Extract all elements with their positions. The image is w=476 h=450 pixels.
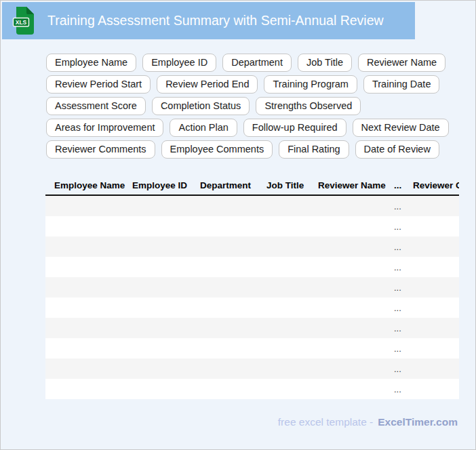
table-row: ...: [45, 379, 459, 399]
column-chip[interactable]: Review Period Start: [46, 75, 151, 94]
table-row: ...: [45, 298, 459, 318]
table-header-cell: Reviewer Comments: [408, 180, 459, 190]
column-chip[interactable]: Strengths Observed: [256, 97, 361, 115]
column-chip[interactable]: Action Plan: [170, 119, 237, 137]
xls-badge-label: XLS: [16, 19, 27, 26]
table-row: ...: [45, 216, 459, 237]
file-fold: [26, 7, 34, 14]
table-cell: ...: [389, 283, 408, 293]
table-row: ...: [45, 277, 459, 298]
table-row: ...: [45, 318, 459, 338]
column-chip[interactable]: Follow-up Required: [243, 119, 346, 137]
column-chip[interactable]: Areas for Improvement: [46, 119, 163, 137]
title-bar: XLS Training Assessment Summary with Sem…: [2, 2, 415, 39]
column-chip[interactable]: Employee Name: [46, 54, 136, 72]
table-header-row: Employee NameEmployee IDDepartmentJob Ti…: [45, 176, 459, 196]
column-chip[interactable]: Review Period End: [157, 75, 258, 94]
table-cell: ...: [389, 364, 408, 374]
column-chip[interactable]: Training Date: [363, 75, 440, 94]
table-cell: ...: [389, 303, 408, 313]
table-row: ...: [45, 338, 459, 359]
table-header-cell: Reviewer Name: [313, 180, 389, 190]
footer-tagline: free excel template -: [278, 416, 373, 428]
table-body: ..............................: [45, 196, 459, 399]
table-header-cell: ...: [389, 180, 408, 190]
table-cell: ...: [389, 201, 408, 211]
column-chip[interactable]: Assessment Score: [46, 97, 146, 115]
column-chip[interactable]: Department: [222, 54, 292, 72]
table-cell: ...: [389, 262, 408, 272]
table-cell: ...: [389, 242, 408, 252]
footer-brand-link[interactable]: ExcelTimer.com: [378, 416, 458, 428]
column-chip[interactable]: Completion Status: [152, 97, 250, 115]
table-cell: ...: [389, 222, 408, 232]
table-header-cell: Department: [195, 180, 261, 190]
column-chip[interactable]: Reviewer Comments: [46, 140, 155, 159]
page-title: Training Assessment Summary with Semi-An…: [47, 13, 384, 28]
table-header-cell: Job Title: [261, 180, 313, 190]
table-row: ...: [45, 237, 459, 257]
table-cell: ...: [389, 344, 408, 354]
table-row: ...: [45, 257, 459, 277]
preview-table: Employee NameEmployee IDDepartmentJob Ti…: [45, 176, 459, 399]
column-chip[interactable]: Date of Review: [355, 140, 439, 159]
table-header-cell: Employee Name: [45, 180, 127, 190]
table-cell: ...: [389, 323, 408, 333]
table-row: ...: [45, 359, 459, 379]
column-chips: Employee NameEmployee IDDepartmentJob Ti…: [46, 54, 476, 159]
column-chip[interactable]: Employee ID: [142, 54, 216, 72]
column-chip[interactable]: Employee Comments: [161, 140, 273, 159]
column-chip[interactable]: Job Title: [298, 54, 352, 72]
table-header-cell: Employee ID: [127, 180, 195, 190]
column-chip[interactable]: Training Program: [264, 75, 357, 94]
page: XLS Training Assessment Summary with Sem…: [0, 0, 476, 450]
table-cell: ...: [389, 384, 408, 394]
column-chip[interactable]: Reviewer Name: [358, 54, 445, 72]
table-row: ...: [45, 196, 459, 216]
xls-file-icon: XLS: [12, 6, 35, 35]
column-chip[interactable]: Next Review Date: [353, 119, 449, 137]
column-chip[interactable]: Final Rating: [279, 140, 349, 159]
footer: free excel template - ExcelTimer.com: [278, 416, 458, 428]
